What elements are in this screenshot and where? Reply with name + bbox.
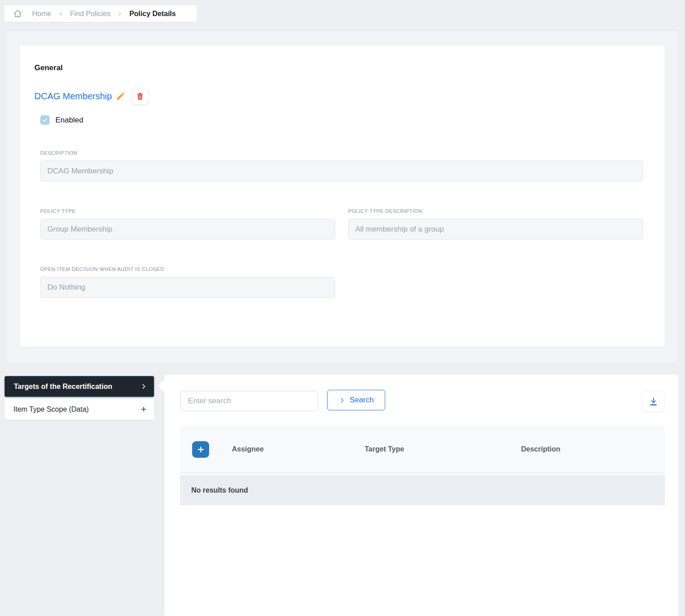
field-open-item-decision: OPEN ITEM DECISION WHEN AUDIT IS CLOSED … (40, 266, 335, 298)
tab-label: Targets of the Recertification (14, 383, 112, 391)
field-policy-type-label: POLICY TYPE (40, 208, 335, 214)
download-button[interactable] (642, 391, 664, 412)
field-policy-type-input: Group Membership (40, 219, 335, 240)
plus-icon (197, 446, 205, 453)
breadcrumb: Home Find Policies Policy Details (4, 5, 197, 22)
home-icon[interactable] (13, 9, 22, 18)
field-description-input: DCAG Membership (40, 160, 643, 181)
enabled-label: Enabled (55, 116, 83, 125)
search-input[interactable] (180, 391, 318, 411)
search-button-label: Search (350, 396, 374, 405)
field-policy-type-description-input: All membership of a group (348, 219, 643, 240)
targets-table: Assignee Target Type Description No resu… (180, 426, 665, 505)
no-results-row: No results found (180, 475, 665, 505)
breadcrumb-item-home[interactable]: Home (32, 10, 51, 18)
policy-name-link[interactable]: DCAG Membership (34, 91, 112, 101)
field-open-item-decision-label: OPEN ITEM DECISION WHEN AUDIT IS CLOSED (40, 266, 335, 272)
field-policy-type: POLICY TYPE Group Membership (40, 208, 335, 240)
section-tabs: Targets of the Recertification Item Type… (4, 376, 154, 420)
tab-targets-of-recertification[interactable]: Targets of the Recertification (4, 376, 154, 397)
delete-policy-button[interactable] (132, 88, 148, 105)
tab-label: Item Type Scope (Data) (13, 405, 89, 413)
trash-icon (136, 92, 144, 101)
table-header-row: Assignee Target Type Description (180, 426, 665, 473)
field-policy-type-description-label: POLICY TYPE DESCRIPTION (348, 208, 643, 214)
policy-title-row: DCAG Membership (34, 88, 148, 105)
column-header-assignee: Assignee (216, 445, 349, 453)
general-card: General DCAG Membership (19, 44, 665, 347)
pencil-icon[interactable] (116, 91, 126, 101)
checkmark-icon (42, 117, 48, 123)
field-policy-type-description: POLICY TYPE DESCRIPTION All membership o… (348, 208, 643, 240)
column-header-target-type: Target Type (349, 445, 505, 453)
column-header-description: Description (505, 445, 665, 453)
field-description-label: DESCRIPTION (40, 150, 643, 156)
search-button[interactable]: Search (327, 390, 385, 410)
general-panel: General DCAG Membership (6, 30, 678, 363)
tab-item-type-scope[interactable]: Item Type Scope (Data) (4, 399, 154, 420)
active-tab-pointer (158, 380, 164, 392)
chevron-right-icon (140, 383, 147, 390)
chevron-right-icon (58, 11, 63, 17)
enabled-row: Enabled (40, 115, 83, 125)
general-heading: General (34, 63, 63, 72)
breadcrumb-item-policy-details: Policy Details (129, 10, 176, 18)
download-icon (648, 396, 659, 407)
chevron-right-icon (117, 11, 122, 17)
add-target-button[interactable] (192, 441, 209, 458)
field-description: DESCRIPTION DCAG Membership (40, 150, 643, 181)
enabled-checkbox[interactable] (40, 115, 50, 125)
breadcrumb-item-find-policies[interactable]: Find Policies (70, 10, 111, 18)
field-open-item-decision-input: Do Nothing (40, 277, 335, 298)
plus-icon (140, 405, 147, 413)
targets-content-panel: Search Assignee Target Type Description … (164, 375, 678, 616)
chevron-right-icon (339, 397, 345, 404)
